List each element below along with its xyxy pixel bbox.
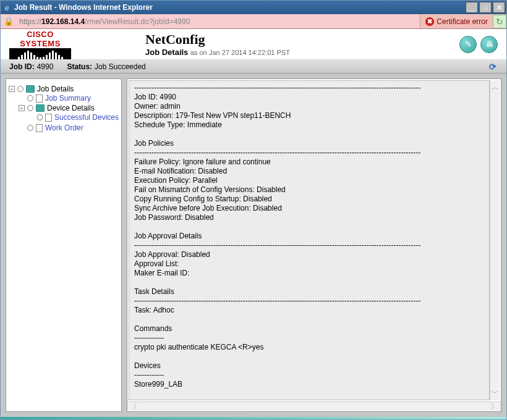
url-host: 192.168.14.4 [41, 17, 85, 26]
tree-node-job-details[interactable]: − Job Details [9, 85, 119, 93]
page-icon [45, 114, 52, 122]
url-protocol: https:// [19, 17, 41, 26]
job-info-bar: Job ID: 4990 Status: Job Succeeded ⟳ [1, 60, 506, 74]
tree-link-work-order[interactable]: Work Order [45, 124, 83, 132]
close-button[interactable]: ✕ [493, 2, 505, 13]
body-row: − Job Details Job Summa [1, 74, 506, 417]
cisco-logo-text: CISCO SYSTEMS [9, 30, 71, 48]
edit-button[interactable]: ✎ [459, 36, 477, 53]
url-path: /rme/ViewResult.do?jobId=4990 [85, 17, 190, 26]
titlebar: e Job Result - Windows Internet Explorer… [1, 1, 506, 14]
radio-icon[interactable] [37, 114, 43, 120]
radio-icon[interactable] [27, 105, 33, 111]
tree-node-successful-devices[interactable]: Successful Devices [28, 113, 119, 122]
page-icon [36, 94, 43, 103]
cert-error-label: Certificate error [437, 17, 488, 26]
tree-link-job-summary[interactable]: Job Summary [45, 94, 91, 103]
tree-label-device-details: Device Details [47, 104, 95, 112]
window-title: Job Result - Windows Internet Explorer [14, 3, 466, 12]
app-subtitle: Job Details as on Jan 27 2014 14:22:01 P… [145, 48, 459, 57]
certificate-error-button[interactable]: ✖ Certificate error [420, 15, 493, 28]
tree-node-work-order[interactable]: Work Order [19, 124, 119, 132]
horizontal-scrollbar[interactable]: 〈 〉 [127, 401, 501, 411]
scroll-right-icon[interactable]: 〉 [491, 401, 498, 412]
radio-icon[interactable] [27, 125, 33, 131]
radio-icon[interactable] [27, 95, 33, 101]
address-bar-row: 🔒 https:// 192.168.14.4 /rme/ViewResult.… [1, 14, 506, 29]
details-panel: ----------------------------------------… [127, 78, 501, 412]
scroll-left-icon[interactable]: 〈 [130, 401, 137, 412]
page-header: CISCO SYSTEMS NetConfig Job Details as o… [1, 29, 506, 60]
subtitle-prefix: as on [190, 49, 207, 56]
cert-error-icon: ✖ [425, 17, 434, 26]
subtitle-main: Job Details [145, 48, 188, 57]
tree-node-device-details[interactable]: − Device Details [19, 104, 119, 112]
print-button[interactable]: 🖶 [480, 36, 498, 53]
scroll-down-icon[interactable]: ﹀ [492, 388, 499, 398]
app-name: NetConfig [145, 32, 459, 48]
compat-view-button[interactable]: ↻ [493, 15, 506, 28]
expander-icon[interactable]: − [9, 86, 15, 92]
radio-icon[interactable] [17, 86, 23, 92]
browser-window: e Job Result - Windows Internet Explorer… [0, 0, 507, 420]
job-id-value: 4990 [37, 62, 54, 71]
folder-icon [36, 104, 45, 112]
ie-icon: e [2, 2, 12, 12]
header-actions: ✎ 🖶 [459, 36, 498, 53]
folder-icon [26, 85, 35, 93]
job-id-label: Job ID: [9, 62, 35, 71]
vertical-scrollbar[interactable]: ︿ ﹀ [490, 80, 500, 400]
window-controls: _ □ ✕ [466, 2, 505, 13]
lock-icon: 🔒 [2, 15, 15, 28]
minimize-button[interactable]: _ [466, 2, 478, 13]
status-value: Job Succeeded [95, 62, 146, 71]
tree-link-successful[interactable]: Successful Devices [54, 113, 119, 122]
tree-node-job-summary[interactable]: Job Summary [19, 94, 119, 103]
page-content: CISCO SYSTEMS NetConfig Job Details as o… [1, 29, 506, 419]
page-icon [36, 124, 43, 132]
subtitle-timestamp: Jan 27 2014 14:22:01 PST [209, 49, 290, 56]
cisco-bars-icon [9, 48, 71, 59]
scroll-up-icon[interactable]: ︿ [492, 82, 499, 93]
app-title-block: NetConfig Job Details as on Jan 27 2014 … [71, 32, 459, 57]
refresh-icon[interactable]: ⟳ [488, 62, 498, 72]
tree-label-job-details: Job Details [37, 85, 74, 93]
cisco-logo: CISCO SYSTEMS [9, 30, 71, 59]
footer-divider [1, 417, 506, 419]
details-content: ----------------------------------------… [129, 80, 490, 400]
address-bar[interactable]: https:// 192.168.14.4 /rme/ViewResult.do… [17, 16, 420, 27]
navigation-tree: − Job Details Job Summa [6, 78, 122, 412]
maximize-button[interactable]: □ [479, 2, 492, 13]
status-label: Status: [67, 62, 92, 71]
expander-icon[interactable]: − [19, 105, 25, 111]
